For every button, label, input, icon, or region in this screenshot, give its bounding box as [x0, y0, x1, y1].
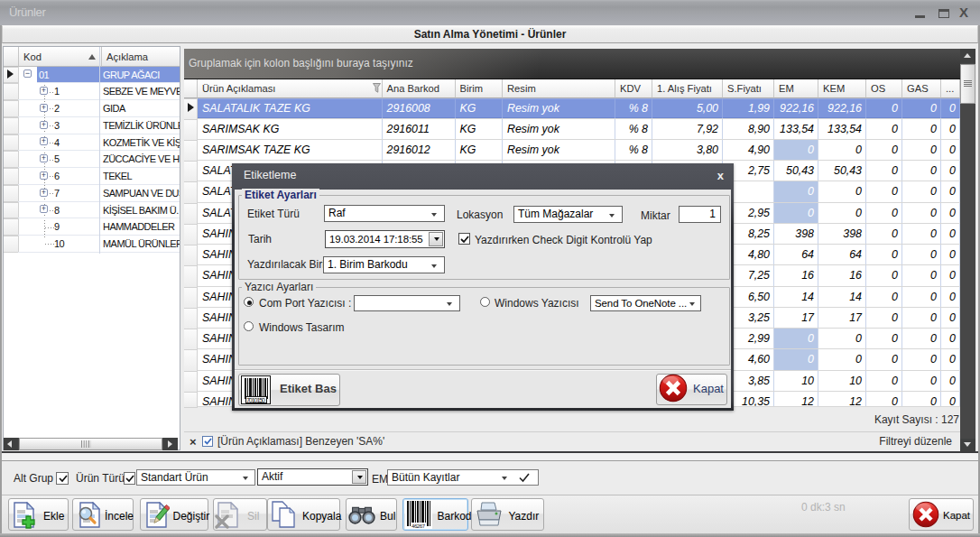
svg-text:46267: 46267: [411, 523, 426, 529]
svg-text:7010150: 7010150: [246, 397, 265, 403]
